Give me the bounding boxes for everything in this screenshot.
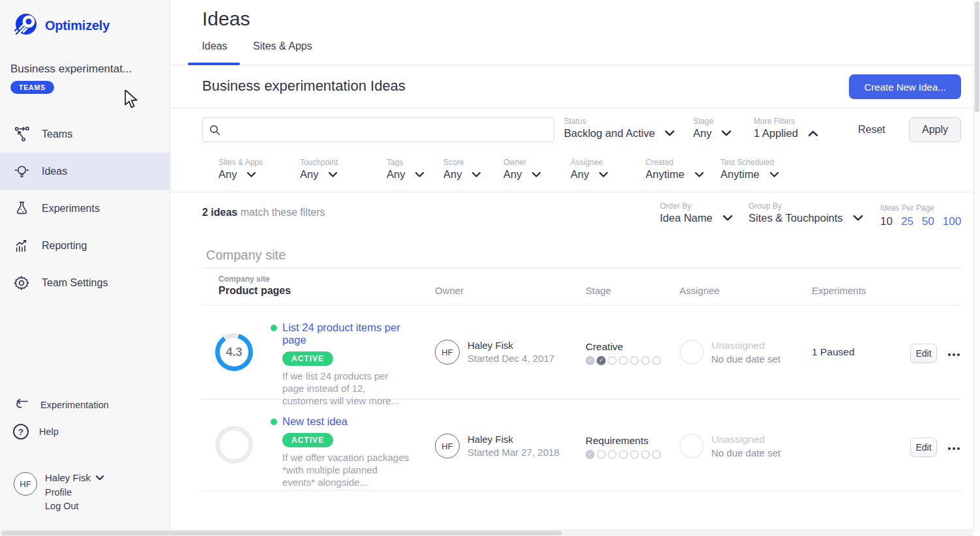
results-count-number: 2 ideas [202,207,237,218]
filter-label: Sites & Apps [218,158,263,167]
assignee-name: Unassigned [711,340,780,351]
filter-label: Assignee [571,158,608,167]
sidebar-item-experiments[interactable]: Experiments [0,190,170,227]
filter-value: Any [218,168,237,181]
touchpoint-filter[interactable]: Touchpoint Any [300,158,338,181]
column-header-experiments: Experiments [812,285,866,296]
search-input[interactable] [226,118,554,141]
group-column-value: Product pages [218,285,291,297]
results-count-text: match these filters [241,207,325,218]
row-menu-ellipsis-icon[interactable] [945,445,962,453]
filter-value: Any [503,168,522,181]
per-page-option-100[interactable]: 100 [943,215,961,228]
user-profile-block: HF Haley Fisk Profile Log Out [14,472,104,513]
more-filters[interactable]: More Filters 1 Applied [754,117,818,140]
filter-value: Any [571,168,589,181]
filter-value: Anytime [720,168,760,181]
status-filter[interactable]: Status Backlog and Active [564,117,674,140]
status-badge: ACTIVE [282,433,333,447]
stage-filter[interactable]: Stage Any [693,117,731,140]
test-scheduled-filter[interactable]: Test Scheduled Anytime [720,158,779,181]
edit-button[interactable]: Edit [910,438,937,457]
main-content: Ideas Ideas Sites & Apps Business experi… [170,0,980,536]
order-by-dropdown[interactable]: Order By Idea Name [660,201,732,224]
status-badge: ACTIVE [282,351,333,366]
owner-avatar: HF [435,340,460,365]
user-name: Haley Fisk [45,472,91,483]
per-page-label: Ideas Per Page [880,203,934,213]
per-page-selected[interactable]: 10 [880,215,893,228]
horizontal-scrollbar[interactable] [0,529,973,536]
filter-label: Score [443,158,481,167]
stage-name: Creative [586,341,661,353]
filter-value: Any [693,127,711,140]
create-new-idea-button[interactable]: Create New Idea... [849,74,961,99]
sidebar-item-teams[interactable]: Teams [0,115,170,153]
per-page-option-50[interactable]: 50 [922,215,934,228]
user-menu[interactable]: Haley Fisk [45,472,104,483]
filter-label: Status [564,117,674,126]
chevron-down-icon [532,172,541,177]
reset-button[interactable]: Reset [858,124,885,136]
tab-ideas[interactable]: Ideas [188,40,241,52]
search-icon [209,125,220,136]
vertical-scrollbar-thumb[interactable] [975,1,979,112]
filter-label: Stage [693,117,731,126]
idea-title-link[interactable]: New test idea [282,415,348,427]
filter-value: Anytime [646,168,685,181]
column-header-assignee: Assignee [679,285,720,296]
filter-label: Group By [749,201,863,211]
flask-icon [13,200,30,217]
profile-link[interactable]: Profile [45,486,104,499]
gear-icon [13,275,30,291]
logout-link[interactable]: Log Out [45,499,104,513]
search-box[interactable] [202,117,554,142]
idea-title-link[interactable]: List 24 product items per page [282,321,400,346]
owner-name: Haley Fisk [468,434,559,445]
logo-wordmark: Optimizely [45,18,110,33]
filter-label: Tags [387,158,424,167]
sidebar-item-help[interactable]: ? Help [13,424,59,439]
horizontal-scrollbar-thumb[interactable] [1,531,562,535]
filter-label: Created [646,158,704,167]
owner-cell: HF Haley Fisk Started Dec 4, 2017 [435,340,554,365]
group-by-dropdown[interactable]: Group By Sites & Touchpoints [749,201,863,224]
filter-label: Order By [660,201,732,211]
optimizely-logo-icon [12,12,39,39]
vertical-scrollbar[interactable] [973,0,980,529]
column-header-stage: Stage [586,285,611,296]
tags-filter[interactable]: Tags Any [387,158,424,181]
chevron-down-icon [722,130,731,136]
idea-description: If we offer vacation packages *with mult… [282,451,413,488]
teams-badge: TEAMS [10,81,54,94]
sidebar-item-reporting[interactable]: Reporting [0,227,170,264]
per-page-option-25[interactable]: 25 [901,215,913,228]
score-filter[interactable]: Score Any [443,158,481,181]
return-arrow-icon [13,396,30,413]
edit-button[interactable]: Edit [910,344,937,363]
stage-progress-dots [586,356,661,365]
chevron-down-icon [247,172,256,177]
sidebar-nav: Teams Ideas Experiments [0,115,170,301]
tab-sites-apps[interactable]: Sites & Apps [253,40,312,52]
filter-label: Owner [503,158,541,167]
experiments-cell: 1 Paused [812,346,855,358]
row-menu-ellipsis-icon[interactable] [945,351,962,359]
idea-row: 4.3 List 24 product items per page ACTIV… [202,306,961,400]
optimizely-logo[interactable]: Optimizely [12,12,110,39]
assignee-filter[interactable]: Assignee Any [571,158,608,181]
assignee-due-date: No due date set [711,353,780,365]
sidebar-item-ideas[interactable]: Ideas [0,153,170,190]
sites-apps-filter[interactable]: Sites & Apps Any [218,158,263,181]
user-avatar[interactable]: HF [14,472,37,496]
sidebar-item-experimentation[interactable]: Experimentation [13,396,109,413]
owner-filter[interactable]: Owner Any [503,158,541,181]
idea-cell: List 24 product items per page ACTIVE If… [271,321,413,407]
sidebar-item-team-settings[interactable]: Team Settings [0,264,170,301]
created-filter[interactable]: Created Anytime [646,158,704,181]
apply-button[interactable]: Apply [909,117,961,142]
chevron-up-icon [809,130,818,136]
sidebar-item-label: Ideas [42,166,67,177]
column-header-owner: Owner [435,285,464,296]
chevron-down-icon [415,172,424,177]
